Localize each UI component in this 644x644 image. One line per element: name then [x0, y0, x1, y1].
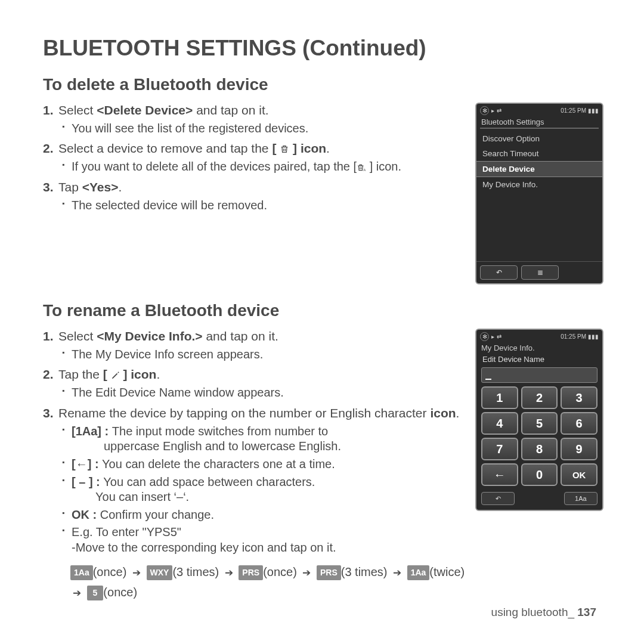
- key-8[interactable]: 8: [521, 438, 558, 460]
- seq-chip: 1Aa: [70, 565, 93, 581]
- play-icon: ▸: [491, 333, 494, 340]
- key-1[interactable]: 1: [481, 386, 518, 409]
- step-num: 2.: [43, 367, 54, 383]
- pencil-icon: [111, 371, 120, 380]
- sub: The selected device will be removed.: [62, 198, 467, 213]
- step-num: 3.: [43, 179, 54, 196]
- section-rename-title: To rename a Bluetooth device: [43, 301, 603, 320]
- sub: [ – ] : You can add space between charac…: [62, 475, 467, 505]
- phone-screenshot-keypad: ✻▸⇄ 01:25 PM▮▮▮ My Device Info. Edit Dev…: [475, 329, 603, 511]
- key-0[interactable]: 0: [521, 463, 558, 486]
- trash-icon: [280, 144, 289, 154]
- sub: E.g. To enter "YPS5"-Move to the corresp…: [62, 525, 467, 555]
- back-button[interactable]: ↶: [481, 492, 515, 505]
- seq-chip: PRS: [239, 565, 263, 581]
- sub: The My Device Info screen appears.: [62, 347, 467, 363]
- seq-chip: 5: [87, 586, 104, 601]
- play-icon: ▸: [491, 107, 494, 114]
- step-2: 2. Select a device to remove and tap the…: [43, 141, 467, 174]
- sub: You will see the list of the registered …: [62, 121, 467, 137]
- key-2[interactable]: 2: [521, 386, 558, 409]
- sub: If you want to delete all of the devices…: [62, 159, 467, 175]
- status-time: 01:25 PM: [561, 333, 586, 340]
- arrow-icon: ➔: [132, 565, 141, 582]
- status-time: 01:25 PM: [561, 107, 586, 114]
- menu-button[interactable]: ≣: [521, 265, 559, 280]
- seq-chip: WXY: [147, 565, 173, 581]
- svg-text:A: A: [364, 168, 366, 172]
- seq-chip: 1Aa: [407, 565, 430, 581]
- key-3[interactable]: 3: [561, 386, 597, 409]
- sub: [←] : You can delete the characters one …: [62, 457, 467, 472]
- screen-subtitle: Edit Device Name: [476, 354, 602, 366]
- device-name-input[interactable]: [481, 367, 597, 383]
- step-3: 3. Rename the device by tapping on the n…: [43, 405, 467, 556]
- key-4[interactable]: 4: [481, 412, 518, 435]
- arrow-icon: ➔: [393, 565, 401, 582]
- arrow-icon: ➔: [73, 585, 81, 602]
- step-num: 2.: [43, 141, 54, 157]
- list-item-selected[interactable]: Delete Device: [476, 161, 602, 177]
- step-1: 1. Select <Delete Device> and tap on it.…: [43, 103, 467, 136]
- step-num: 3.: [43, 405, 54, 422]
- delete-steps: 1. Select <Delete Device> and tap on it.…: [43, 103, 467, 213]
- bluetooth-icon: ✻: [480, 332, 489, 341]
- rename-steps: 1. Select <My Device Info.> and tap on i…: [43, 329, 467, 556]
- step-2: 2. Tap the [ ] icon. The Edit Device Nam…: [43, 367, 467, 400]
- sub: [1Aa] : The input mode switches from num…: [62, 424, 467, 454]
- screen-title: My Device Info.: [476, 343, 602, 354]
- list-item[interactable]: Search Timeout: [476, 146, 602, 161]
- list-item[interactable]: Discover Option: [476, 131, 602, 146]
- seq-chip: PRS: [317, 565, 341, 581]
- settings-list: Discover Option Search Timeout Delete De…: [476, 129, 602, 261]
- list-item[interactable]: My Device Info.: [476, 177, 602, 192]
- input-mode-button[interactable]: 1Aa: [564, 492, 597, 505]
- step-3: 3. Tap <Yes>. The selected device will b…: [43, 179, 467, 213]
- sub: OK : Confirm your change.: [62, 507, 467, 523]
- sub: The Edit Device Name window appears.: [62, 385, 467, 401]
- key-ok[interactable]: OK: [561, 463, 597, 486]
- key-backspace[interactable]: ←: [481, 463, 518, 486]
- battery-icon: ▮▮▮: [588, 333, 599, 340]
- shuffle-icon: ⇄: [497, 333, 501, 340]
- section-delete-title: To delete a Bluetooth device: [43, 75, 603, 94]
- back-button[interactable]: ↶: [480, 265, 518, 280]
- step-1: 1. Select <My Device Info.> and tap on i…: [43, 329, 467, 362]
- keypad: 1 2 3 4 5 6 7 8 9 ← 0 OK: [476, 386, 602, 490]
- key-9[interactable]: 9: [561, 438, 597, 460]
- step-num: 1.: [43, 329, 54, 345]
- phone-screenshot-settings: ✻▸⇄ 01:25 PM▮▮▮ Bluetooth Settings Disco…: [475, 103, 603, 284]
- shuffle-icon: ⇄: [497, 107, 501, 114]
- screen-title: Bluetooth Settings: [476, 117, 602, 128]
- key-7[interactable]: 7: [481, 438, 518, 460]
- page-footer: using bluetooth_ 137: [491, 606, 596, 619]
- page-title: BLUETOOTH SETTINGS (Continued): [43, 36, 603, 61]
- step-num: 1.: [43, 103, 54, 119]
- key-5[interactable]: 5: [521, 412, 558, 435]
- bluetooth-icon: ✻: [480, 106, 489, 115]
- arrow-icon: ➔: [225, 565, 233, 582]
- arrow-icon: ➔: [302, 565, 311, 582]
- example-sequence: 1Aa(once) ➔ WXY(3 times) ➔ PRS(once) ➔ P…: [43, 562, 603, 602]
- battery-icon: ▮▮▮: [588, 107, 599, 114]
- trash-all-icon: A: [357, 163, 366, 172]
- key-6[interactable]: 6: [561, 412, 597, 435]
